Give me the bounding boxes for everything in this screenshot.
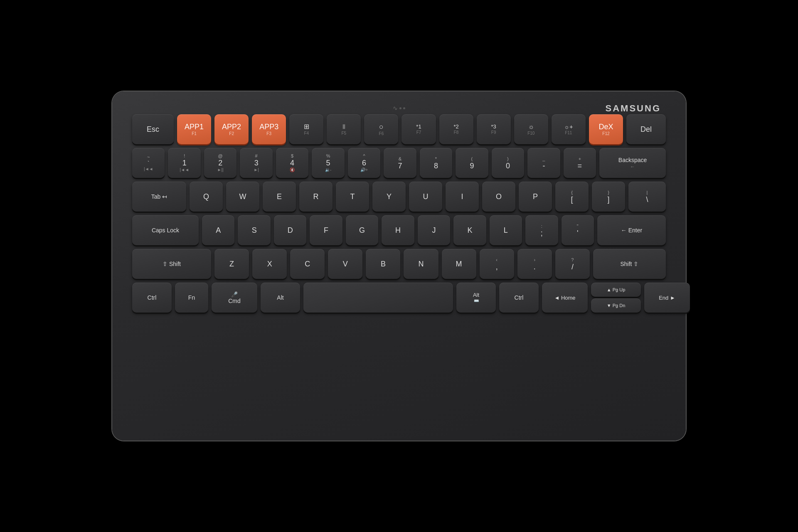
key-y[interactable]: Y (372, 182, 406, 212)
key-cmd[interactable]: 🎤 Cmd (212, 283, 257, 313)
fn-row: Esc APP1 F1 APP2 F2 APP3 F3 ⊞ F4 ⫴ F5 (132, 114, 666, 144)
key-alt-left[interactable]: Alt (261, 283, 300, 313)
bluetooth-indicator: ∿ (393, 105, 405, 111)
key-alt-right[interactable]: Alt ⌨️ (456, 283, 496, 313)
key-2[interactable]: @ 2 ►|| (204, 148, 236, 178)
key-fn[interactable]: Fn (175, 283, 208, 313)
key-f8[interactable]: *2 F8 (439, 114, 473, 144)
key-v[interactable]: V (328, 249, 362, 279)
key-0[interactable]: ) 0 (492, 148, 524, 178)
bt-dot2 (403, 107, 405, 109)
key-f4[interactable]: ⊞ F4 (289, 114, 323, 144)
key-backspace[interactable]: Backspace ← (599, 148, 666, 178)
key-m[interactable]: M (442, 249, 476, 279)
key-f3[interactable]: APP3 F3 (252, 114, 286, 144)
key-z[interactable]: Z (214, 249, 249, 279)
key-slash[interactable]: ? / (555, 249, 590, 279)
key-7[interactable]: & 7 (384, 148, 416, 178)
key-comma[interactable]: ‹ , (480, 249, 514, 279)
key-d[interactable]: D (274, 215, 306, 245)
key-h[interactable]: H (382, 215, 414, 245)
key-f5[interactable]: ⫴ F5 (327, 114, 361, 144)
key-tab[interactable]: Tab ↤ (132, 182, 186, 212)
key-r[interactable]: R (299, 182, 332, 212)
key-quote[interactable]: " ' (562, 215, 594, 245)
asdf-row: Caps Lock A S D F G H J (132, 215, 666, 245)
key-w[interactable]: W (226, 182, 259, 212)
key-b[interactable]: B (366, 249, 400, 279)
bottom-row: Ctrl Fn 🎤 Cmd Alt Alt ⌨️ Ctrl ◄ Home (132, 283, 666, 313)
key-n[interactable]: N (404, 249, 438, 279)
key-lbracket[interactable]: { [ (555, 182, 589, 212)
key-k[interactable]: K (453, 215, 486, 245)
keyboard-wrapper: SAMSUNG ∿ Esc APP1 F1 APP2 F2 APP3 F3 (112, 91, 686, 441)
key-shift-left[interactable]: ⇧ Shift (132, 249, 211, 279)
key-backslash[interactable]: | \ (628, 182, 666, 212)
key-6[interactable]: ^ 6 🔊+ (348, 148, 380, 178)
keyboard-body: ∿ Esc APP1 F1 APP2 F2 APP3 F3 ⊞ F4 (112, 91, 686, 441)
key-shift-right[interactable]: Shift ⇧ (593, 249, 666, 279)
key-f1[interactable]: APP1 F1 (177, 114, 211, 144)
key-f10[interactable]: ☼ F10 (514, 114, 548, 144)
key-f2[interactable]: APP2 F2 (214, 114, 249, 144)
key-esc[interactable]: Esc (132, 114, 174, 144)
key-e[interactable]: E (263, 182, 296, 212)
number-row: ~ ` |◄◄ ! 1 |◄◄ @ 2 ►|| # 3 ►| $ 4 (132, 148, 666, 178)
key-space[interactable] (303, 283, 453, 313)
key-pgdn[interactable]: ▼ Pg Dn (591, 298, 641, 313)
key-f12[interactable]: DeX F12 (589, 114, 623, 144)
key-o[interactable]: O (482, 182, 515, 212)
key-g[interactable]: G (346, 215, 378, 245)
samsung-logo: SAMSUNG (606, 103, 661, 114)
key-l[interactable]: L (490, 215, 522, 245)
key-enter[interactable]: ← Enter (597, 215, 666, 245)
key-equals[interactable]: + = (564, 148, 596, 178)
key-f9[interactable]: *3 F9 (477, 114, 511, 144)
key-9[interactable]: ( 9 (456, 148, 488, 178)
key-pgup[interactable]: ▲ Pg Up (591, 283, 641, 297)
key-del[interactable]: Del (626, 114, 666, 144)
key-1[interactable]: ! 1 |◄◄ (168, 148, 200, 178)
key-a[interactable]: A (202, 215, 234, 245)
key-j[interactable]: J (418, 215, 450, 245)
key-x[interactable]: X (252, 249, 287, 279)
key-semicolon[interactable]: : ; (525, 215, 558, 245)
key-ctrl-right[interactable]: Ctrl (499, 283, 539, 313)
key-f7[interactable]: *1 F7 (401, 114, 436, 144)
key-t[interactable]: T (336, 182, 369, 212)
qwerty-row: Tab ↤ Q W E R T Y U I (132, 182, 666, 212)
key-8[interactable]: * 8 (420, 148, 452, 178)
key-backtick[interactable]: ~ ` |◄◄ (132, 148, 165, 178)
key-f11[interactable]: ☼+ F11 (552, 114, 586, 144)
key-q[interactable]: Q (190, 182, 223, 212)
key-f6[interactable]: ○ F6 (364, 114, 398, 144)
bt-dot1 (399, 107, 401, 109)
key-minus[interactable]: _ - (527, 148, 560, 178)
key-i[interactable]: I (446, 182, 479, 212)
key-5[interactable]: % 5 🔉- (312, 148, 344, 178)
key-capslock[interactable]: Caps Lock (132, 215, 199, 245)
key-u[interactable]: U (409, 182, 442, 212)
key-home[interactable]: ◄ Home (542, 283, 588, 313)
bluetooth-icon: ∿ (393, 105, 398, 111)
key-ctrl-left[interactable]: Ctrl (132, 283, 172, 313)
pgupdn-group: ▲ Pg Up ▼ Pg Dn (591, 283, 641, 313)
key-end[interactable]: End ► (644, 283, 690, 313)
key-p[interactable]: P (519, 182, 552, 212)
key-4[interactable]: $ 4 🔇 (276, 148, 308, 178)
key-s[interactable]: S (238, 215, 270, 245)
key-f[interactable]: F (310, 215, 342, 245)
zxcv-row: ⇧ Shift Z X C V B N M ‹ (132, 249, 666, 279)
key-3[interactable]: # 3 ►| (240, 148, 272, 178)
key-c[interactable]: C (290, 249, 325, 279)
key-rbracket[interactable]: } ] (592, 182, 625, 212)
key-period[interactable]: › . (517, 249, 552, 279)
